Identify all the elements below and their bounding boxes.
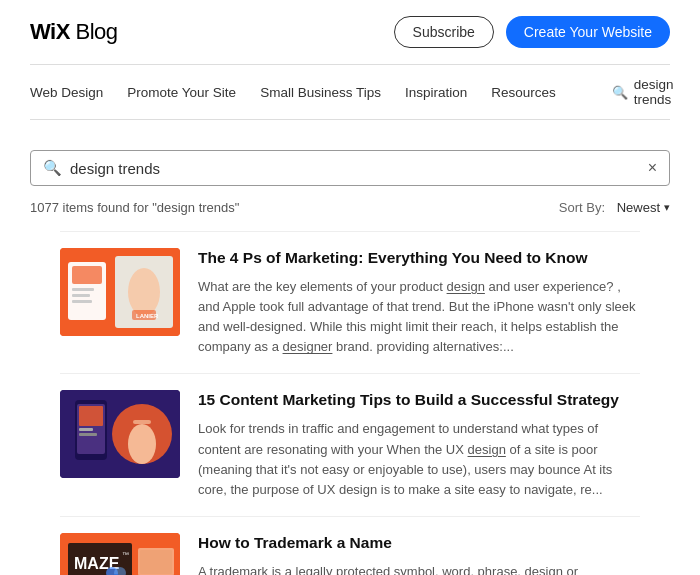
svg-point-7 xyxy=(128,268,160,316)
sort-by-value: Newest xyxy=(617,200,660,215)
article-thumbnail-1: LANIER xyxy=(60,248,180,336)
list-item: LANIER The 4 Ps of Marketing: Everything… xyxy=(60,231,640,373)
results-info: 1077 items found for "design trends" Sor… xyxy=(30,186,670,231)
search-input[interactable] xyxy=(70,160,640,177)
search-bar: 🔍 × xyxy=(30,150,670,186)
subscribe-button[interactable]: Subscribe xyxy=(394,16,494,48)
svg-rect-15 xyxy=(79,433,97,436)
svg-point-17 xyxy=(128,424,156,464)
highlight: design xyxy=(468,442,506,457)
article-excerpt-1: What are the key elements of your produc… xyxy=(198,277,640,358)
article-thumbnail-3: MAZE Rough DOZEN ™ xyxy=(60,533,180,575)
svg-rect-5 xyxy=(72,300,92,303)
sidebar-item-inspiration[interactable]: Inspiration xyxy=(405,85,467,100)
article-title-1[interactable]: The 4 Ps of Marketing: Everything You Ne… xyxy=(198,248,640,269)
article-thumbnail-2 xyxy=(60,390,180,478)
header-actions: Subscribe Create Your Website xyxy=(394,16,670,48)
sort-by[interactable]: Sort By: Newest ▾ xyxy=(559,200,670,215)
logo-blog: Blog xyxy=(70,19,118,44)
results-count: 1077 items found for "design trends" xyxy=(30,200,239,215)
search-section: 🔍 × 1077 items found for "design trends"… xyxy=(0,120,700,575)
chevron-down-icon: ▾ xyxy=(664,201,670,214)
svg-rect-4 xyxy=(72,294,90,297)
svg-rect-13 xyxy=(79,406,103,426)
svg-rect-3 xyxy=(72,288,94,291)
highlight: design xyxy=(447,279,485,294)
article-content-1: The 4 Ps of Marketing: Everything You Ne… xyxy=(198,248,640,357)
article-title-3[interactable]: How to Trademark a Name xyxy=(198,533,640,554)
nav-search[interactable]: 🔍 design trends xyxy=(612,77,674,107)
logo: WiX Blog xyxy=(30,19,118,45)
article-title-2[interactable]: 15 Content Marketing Tips to Build a Suc… xyxy=(198,390,640,411)
article-excerpt-3: A trademark is a legally protected symbo… xyxy=(198,562,640,575)
nav-search-query: design trends xyxy=(634,77,674,107)
header: WiX Blog Subscribe Create Your Website xyxy=(0,0,700,64)
sidebar-item-promote-your-site[interactable]: Promote Your Site xyxy=(127,85,236,100)
list-item: 15 Content Marketing Tips to Build a Suc… xyxy=(60,373,640,515)
list-item: MAZE Rough DOZEN ™ How to Trademark a Na… xyxy=(60,516,640,575)
search-close-icon[interactable]: × xyxy=(648,160,657,176)
svg-rect-2 xyxy=(72,266,102,284)
sidebar-item-resources[interactable]: Resources xyxy=(491,85,556,100)
articles-list: LANIER The 4 Ps of Marketing: Everything… xyxy=(30,231,670,575)
svg-rect-29 xyxy=(140,550,172,574)
sort-by-label: Sort By: xyxy=(559,200,605,215)
create-website-button[interactable]: Create Your Website xyxy=(506,16,670,48)
svg-text:LANIER: LANIER xyxy=(136,313,159,319)
svg-rect-14 xyxy=(79,428,93,431)
svg-text:™: ™ xyxy=(122,551,129,558)
highlight: design xyxy=(525,564,563,575)
search-bar-icon: 🔍 xyxy=(43,159,62,177)
highlight: designer xyxy=(283,339,333,354)
logo-wix: WiX xyxy=(30,19,70,44)
sidebar-item-web-design[interactable]: Web Design xyxy=(30,85,103,100)
article-excerpt-2: Look for trends in traffic and engagemen… xyxy=(198,419,640,500)
search-icon: 🔍 xyxy=(612,85,628,100)
article-content-2: 15 Content Marketing Tips to Build a Suc… xyxy=(198,390,640,499)
main-nav: Web Design Promote Your Site Small Busin… xyxy=(0,65,700,119)
article-content-3: How to Trademark a Name A trademark is a… xyxy=(198,533,640,575)
sidebar-item-small-business-tips[interactable]: Small Business Tips xyxy=(260,85,381,100)
svg-rect-18 xyxy=(133,420,151,424)
